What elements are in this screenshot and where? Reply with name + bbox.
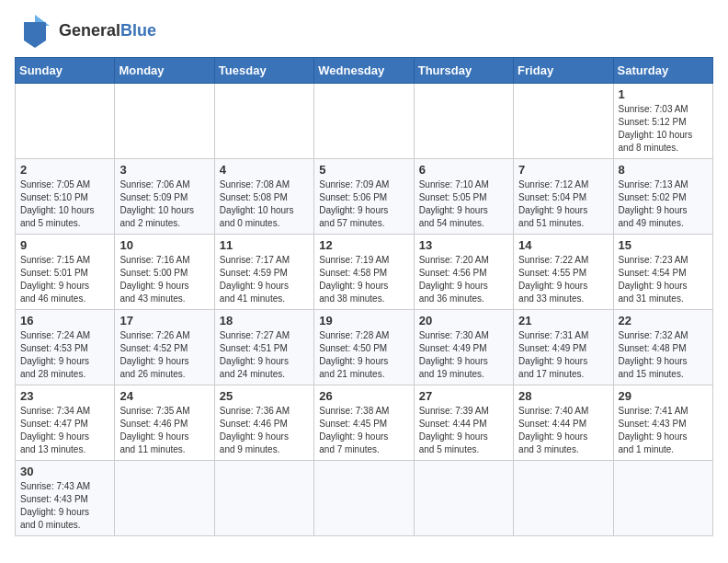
calendar-cell: 15Sunrise: 7:23 AM Sunset: 4:54 PM Dayli… — [613, 235, 712, 310]
day-number: 11 — [220, 238, 309, 252]
calendar-cell: 30Sunrise: 7:43 AM Sunset: 4:43 PM Dayli… — [16, 461, 115, 536]
calendar-cell: 21Sunrise: 7:31 AM Sunset: 4:49 PM Dayli… — [514, 310, 613, 385]
day-number: 21 — [518, 314, 608, 327]
calendar-cell: 9Sunrise: 7:15 AM Sunset: 5:01 PM Daylig… — [16, 235, 115, 310]
day-info: Sunrise: 7:35 AM Sunset: 4:46 PM Dayligh… — [119, 405, 209, 456]
calendar-cell — [314, 461, 414, 536]
day-number: 4 — [220, 163, 309, 177]
day-info: Sunrise: 7:20 AM Sunset: 4:56 PM Dayligh… — [419, 254, 508, 305]
calendar-cell: 5Sunrise: 7:09 AM Sunset: 5:06 PM Daylig… — [314, 159, 414, 235]
day-number: 28 — [518, 389, 608, 403]
logo: GeneralBlue — [15, 15, 156, 48]
calendar-header-row: SundayMondayTuesdayWednesdayThursdayFrid… — [16, 58, 713, 84]
day-info: Sunrise: 7:26 AM Sunset: 4:52 PM Dayligh… — [119, 329, 209, 381]
calendar-cell: 25Sunrise: 7:36 AM Sunset: 4:46 PM Dayli… — [214, 385, 313, 461]
calendar-cell: 24Sunrise: 7:35 AM Sunset: 4:46 PM Dayli… — [115, 385, 214, 461]
calendar-cell: 14Sunrise: 7:22 AM Sunset: 4:55 PM Dayli… — [514, 235, 613, 310]
day-number: 1 — [619, 87, 708, 101]
day-number: 10 — [119, 238, 209, 252]
calendar-cell: 7Sunrise: 7:12 AM Sunset: 5:04 PM Daylig… — [514, 159, 613, 235]
day-info: Sunrise: 7:08 AM Sunset: 5:08 PM Dayligh… — [220, 178, 309, 230]
calendar-cell — [414, 84, 513, 159]
calendar-cell: 11Sunrise: 7:17 AM Sunset: 4:59 PM Dayli… — [214, 235, 313, 310]
calendar-cell: 12Sunrise: 7:19 AM Sunset: 4:58 PM Dayli… — [314, 235, 414, 310]
day-info: Sunrise: 7:27 AM Sunset: 4:51 PM Dayligh… — [220, 329, 309, 381]
col-header-sunday: Sunday — [16, 58, 115, 84]
calendar-cell — [613, 461, 712, 536]
calendar-cell: 19Sunrise: 7:28 AM Sunset: 4:50 PM Dayli… — [314, 310, 414, 385]
day-info: Sunrise: 7:32 AM Sunset: 4:48 PM Dayligh… — [619, 329, 708, 381]
calendar-cell: 27Sunrise: 7:39 AM Sunset: 4:44 PM Dayli… — [414, 385, 513, 461]
calendar-cell: 22Sunrise: 7:32 AM Sunset: 4:48 PM Dayli… — [613, 310, 712, 385]
day-info: Sunrise: 7:31 AM Sunset: 4:49 PM Dayligh… — [518, 329, 608, 381]
day-number: 16 — [20, 314, 109, 327]
day-number: 15 — [619, 238, 708, 252]
col-header-thursday: Thursday — [414, 58, 513, 84]
day-info: Sunrise: 7:22 AM Sunset: 4:55 PM Dayligh… — [518, 254, 608, 305]
day-number: 12 — [319, 238, 408, 252]
calendar-week-row: 16Sunrise: 7:24 AM Sunset: 4:53 PM Dayli… — [16, 310, 713, 385]
col-header-wednesday: Wednesday — [314, 58, 414, 84]
col-header-tuesday: Tuesday — [214, 58, 313, 84]
col-header-saturday: Saturday — [613, 58, 712, 84]
calendar-cell: 23Sunrise: 7:34 AM Sunset: 4:47 PM Dayli… — [16, 385, 115, 461]
col-header-monday: Monday — [115, 58, 214, 84]
svg-marker-0 — [24, 22, 46, 48]
day-info: Sunrise: 7:36 AM Sunset: 4:46 PM Dayligh… — [220, 405, 309, 456]
day-number: 9 — [20, 238, 109, 252]
calendar-cell: 6Sunrise: 7:10 AM Sunset: 5:05 PM Daylig… — [414, 159, 513, 235]
calendar-cell: 16Sunrise: 7:24 AM Sunset: 4:53 PM Dayli… — [16, 310, 115, 385]
day-number: 18 — [220, 314, 309, 327]
calendar-cell: 10Sunrise: 7:16 AM Sunset: 5:00 PM Dayli… — [115, 235, 214, 310]
calendar-table: SundayMondayTuesdayWednesdayThursdayFrid… — [15, 57, 713, 536]
day-info: Sunrise: 7:03 AM Sunset: 5:12 PM Dayligh… — [619, 103, 708, 155]
day-info: Sunrise: 7:19 AM Sunset: 4:58 PM Dayligh… — [319, 254, 408, 305]
day-number: 24 — [119, 389, 209, 403]
day-number: 3 — [119, 163, 209, 177]
calendar-cell: 8Sunrise: 7:13 AM Sunset: 5:02 PM Daylig… — [613, 159, 712, 235]
day-number: 23 — [20, 389, 109, 403]
calendar-cell — [414, 461, 513, 536]
day-number: 25 — [220, 389, 309, 403]
calendar-cell: 13Sunrise: 7:20 AM Sunset: 4:56 PM Dayli… — [414, 235, 513, 310]
calendar-cell: 29Sunrise: 7:41 AM Sunset: 4:43 PM Dayli… — [613, 385, 712, 461]
logo-text: GeneralBlue — [59, 22, 156, 40]
calendar-cell — [115, 461, 214, 536]
day-info: Sunrise: 7:05 AM Sunset: 5:10 PM Dayligh… — [20, 178, 109, 230]
day-info: Sunrise: 7:30 AM Sunset: 4:49 PM Dayligh… — [419, 329, 508, 381]
day-number: 17 — [119, 314, 209, 327]
day-info: Sunrise: 7:06 AM Sunset: 5:09 PM Dayligh… — [119, 178, 209, 230]
calendar-week-row: 30Sunrise: 7:43 AM Sunset: 4:43 PM Dayli… — [16, 461, 713, 536]
day-info: Sunrise: 7:24 AM Sunset: 4:53 PM Dayligh… — [20, 329, 109, 381]
calendar-cell — [514, 84, 613, 159]
day-info: Sunrise: 7:41 AM Sunset: 4:43 PM Dayligh… — [619, 405, 708, 456]
day-info: Sunrise: 7:28 AM Sunset: 4:50 PM Dayligh… — [319, 329, 408, 381]
day-number: 8 — [619, 163, 708, 177]
day-number: 2 — [20, 163, 109, 177]
calendar-cell: 26Sunrise: 7:38 AM Sunset: 4:45 PM Dayli… — [314, 385, 414, 461]
day-number: 27 — [419, 389, 508, 403]
day-info: Sunrise: 7:09 AM Sunset: 5:06 PM Dayligh… — [319, 178, 408, 230]
day-info: Sunrise: 7:38 AM Sunset: 4:45 PM Dayligh… — [319, 405, 408, 456]
page-header: GeneralBlue — [15, 15, 713, 48]
calendar-cell — [16, 84, 115, 159]
day-number: 13 — [419, 238, 508, 252]
day-number: 5 — [319, 163, 408, 177]
day-info: Sunrise: 7:17 AM Sunset: 4:59 PM Dayligh… — [220, 254, 309, 305]
calendar-week-row: 1Sunrise: 7:03 AM Sunset: 5:12 PM Daylig… — [16, 84, 713, 159]
day-number: 30 — [20, 465, 109, 478]
day-number: 6 — [419, 163, 508, 177]
calendar-week-row: 9Sunrise: 7:15 AM Sunset: 5:01 PM Daylig… — [16, 235, 713, 310]
generalblue-logo-icon — [15, 15, 55, 48]
day-number: 29 — [619, 389, 708, 403]
calendar-cell — [514, 461, 613, 536]
calendar-cell — [214, 461, 313, 536]
day-number: 20 — [419, 314, 508, 327]
day-info: Sunrise: 7:10 AM Sunset: 5:05 PM Dayligh… — [419, 178, 508, 230]
calendar-cell: 4Sunrise: 7:08 AM Sunset: 5:08 PM Daylig… — [214, 159, 313, 235]
calendar-cell: 18Sunrise: 7:27 AM Sunset: 4:51 PM Dayli… — [214, 310, 313, 385]
day-info: Sunrise: 7:40 AM Sunset: 4:44 PM Dayligh… — [518, 405, 608, 456]
calendar-cell: 2Sunrise: 7:05 AM Sunset: 5:10 PM Daylig… — [16, 159, 115, 235]
calendar-week-row: 2Sunrise: 7:05 AM Sunset: 5:10 PM Daylig… — [16, 159, 713, 235]
col-header-friday: Friday — [514, 58, 613, 84]
